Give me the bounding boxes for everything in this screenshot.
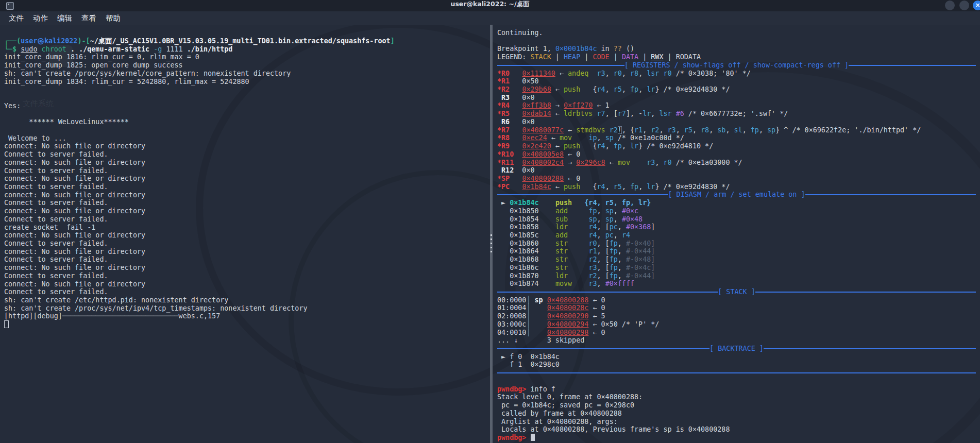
menu-item-file[interactable]: 文件 bbox=[4, 12, 28, 24]
minimize-button[interactable] bbox=[945, 1, 955, 10]
terminal-text: Connect to server failed. bbox=[4, 272, 108, 280]
terminal-text: r3 bbox=[668, 126, 676, 134]
terminal-text: r4 bbox=[622, 231, 630, 239]
terminal-text: } ^ /* 0×69622f2e; './bin/httpd' */ bbox=[775, 126, 921, 134]
titlebar[interactable]: user@kali2022: ~/桌面 × bbox=[0, 0, 980, 11]
terminal-text: chroot bbox=[42, 45, 66, 53]
terminal-line: ┌──(user㉿kali2022)-[~/桌面/_US_AC15V1.0BR_… bbox=[4, 37, 490, 45]
terminal-text: str bbox=[555, 255, 568, 263]
terminal-text: 0×0 bbox=[510, 118, 534, 126]
terminal-text: | bbox=[580, 53, 593, 61]
terminal-text bbox=[531, 320, 547, 328]
terminal-text: { bbox=[580, 142, 597, 150]
terminal-text: sh: can't create /proc/sys/net/ipv4/tcp_… bbox=[4, 304, 308, 312]
terminal-line: sh: can't create /etc/httpd.pid: nonexis… bbox=[4, 296, 490, 304]
terminal-text: r4 bbox=[588, 223, 597, 231]
terminal-text: ► f 0 0×1b84c bbox=[497, 353, 560, 361]
terminal-text: r0 bbox=[614, 70, 622, 77]
terminal-text: , bbox=[676, 126, 684, 134]
terminal-text: stmdbvs bbox=[576, 126, 605, 134]
terminal-text: 0×1b84c bbox=[510, 199, 538, 207]
terminal-text: ┌──( bbox=[4, 37, 21, 45]
terminal-text: ****** WeLoveLinux****** bbox=[4, 118, 129, 126]
terminal-text: ← bbox=[547, 134, 560, 142]
terminal-text: , bbox=[618, 247, 622, 255]
terminal-text: ~/桌面/_US_AC15V1.0BR_V15.03.05.19_multi_T… bbox=[90, 37, 391, 45]
terminal-text: lsr bbox=[659, 110, 671, 117]
terminal-text: r4 bbox=[597, 86, 605, 93]
terminal-text: /* 0×e1a0c00d */ bbox=[614, 134, 684, 142]
terminal-line: 0×1b864 str r1, [fp, #-0×44] bbox=[497, 247, 976, 255]
terminal-text: r4 bbox=[597, 183, 605, 191]
terminal-text: 0×1b858 bbox=[497, 223, 555, 231]
terminal-text: 0×1b864 bbox=[497, 247, 555, 255]
address-link: 0×2e420 bbox=[522, 142, 551, 150]
left-terminal-pane[interactable]: ┌──(user㉿kali2022)-[~/桌面/_US_AC15V1.0BR_… bbox=[0, 25, 490, 443]
terminal-text: sh: can't create /etc/httpd.pid: nonexis… bbox=[4, 296, 228, 304]
terminal-text: connect: No such file or directory bbox=[4, 231, 145, 239]
terminal-text: Yes: bbox=[4, 102, 21, 110]
section-header-label: [ DISASM / arm / set emulate on ] bbox=[668, 191, 805, 199]
terminal-text: {r4, r5, fp, lr} bbox=[584, 199, 651, 207]
terminal-line: *R10 0×408005e8 ← 0 bbox=[497, 150, 976, 159]
pane-divider[interactable] bbox=[490, 25, 493, 443]
maximize-button[interactable] bbox=[959, 1, 969, 10]
terminal-text: ← bbox=[551, 110, 564, 117]
terminal-text: Connect to server failed. bbox=[4, 255, 108, 263]
terminal-text: ldr bbox=[555, 272, 568, 280]
section-header-label: [ REGISTERS / show-flags off / show-comp… bbox=[624, 61, 849, 70]
right-terminal-pane[interactable]: Continuing.Breakpoint 1, 0×0001b84c in ?… bbox=[493, 25, 980, 443]
terminal-text: 0×1b870 bbox=[497, 272, 555, 280]
terminal-text: Connect to server failed. bbox=[4, 183, 108, 191]
terminal-line: Connect to server failed. bbox=[4, 288, 490, 296]
terminal-line: *R11 0×408002c4 → 0×296c8 ← mov r3, r0 /… bbox=[497, 159, 976, 167]
terminal-text: , [ bbox=[597, 272, 610, 280]
terminal-text bbox=[66, 45, 71, 53]
terminal-text: R3 bbox=[497, 94, 510, 101]
terminal-line: [httpd][debug]──────────────────────────… bbox=[4, 312, 490, 320]
menu-item-edit[interactable]: 编辑 bbox=[53, 12, 77, 24]
section-header bbox=[497, 369, 976, 377]
terminal-line: Yes: bbox=[4, 102, 490, 110]
menu-item-help[interactable]: 帮助 bbox=[101, 12, 125, 24]
terminal-text: connect: No such file or directory bbox=[4, 175, 145, 182]
terminal-text: Welcome to ... bbox=[4, 134, 66, 142]
menu-item-view[interactable]: 查看 bbox=[77, 12, 101, 24]
terminal-line: *R4 0×ff3b8 → 0×ff270 ← 1 bbox=[497, 101, 976, 110]
terminal-text: , bbox=[605, 86, 614, 93]
terminal-text: r4 bbox=[588, 231, 597, 239]
address-link: 0×408005e8 bbox=[522, 150, 564, 158]
terminal-text: r0 bbox=[664, 159, 672, 166]
terminal-text: LEGEND: bbox=[497, 53, 531, 61]
terminal-text: , bbox=[614, 215, 622, 223]
terminal-text: fp bbox=[610, 247, 618, 255]
terminal-line: Connect to server failed. bbox=[4, 272, 490, 280]
terminal-text: #0×c bbox=[622, 207, 638, 215]
terminal-text: movw bbox=[555, 280, 572, 287]
header-rule bbox=[497, 194, 668, 195]
terminal-text bbox=[510, 175, 522, 182]
terminal-text: ... ↓ 3 skipped bbox=[497, 336, 584, 344]
cursor bbox=[531, 434, 535, 441]
cursor bbox=[4, 320, 9, 328]
section-header-label: [ BACKTRACE ] bbox=[709, 345, 764, 353]
terminal-text: push bbox=[564, 86, 580, 93]
terminal-text: push bbox=[555, 199, 572, 207]
terminal-text: , bbox=[614, 207, 622, 215]
terminal-text: , bbox=[618, 223, 626, 231]
address-link: 0×40800288 bbox=[522, 175, 564, 182]
terminal-text: str bbox=[555, 247, 568, 255]
terminal-text bbox=[605, 126, 610, 134]
terminal-text: pwndbg> bbox=[497, 434, 531, 441]
address-link: 0×40800298 bbox=[547, 329, 589, 336]
terminal-text: 04:0010 bbox=[497, 329, 526, 336]
terminal-line: *R0 0×111340 ← andeq r3, r0, r8, lsr r0 … bbox=[497, 70, 976, 78]
terminal-text: connect: No such file or directory bbox=[4, 142, 145, 150]
terminal-text: mov bbox=[560, 134, 572, 142]
menu-item-actions[interactable]: 动作 bbox=[28, 12, 53, 24]
terminal-text: *R2 bbox=[497, 86, 510, 93]
terminal-line: R6 0×0 bbox=[497, 118, 976, 126]
close-button[interactable]: × bbox=[973, 1, 980, 10]
terminal-text bbox=[672, 110, 676, 117]
terminal-line: connect: No such file or directory bbox=[4, 175, 490, 183]
